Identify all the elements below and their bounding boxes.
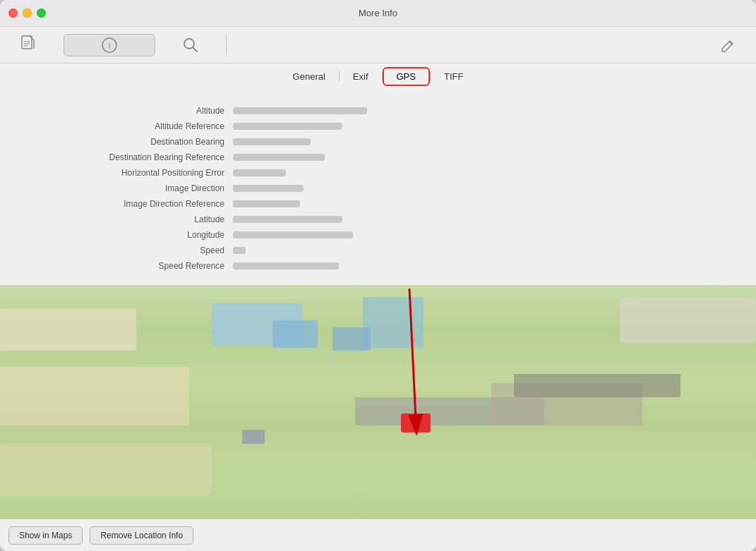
maximize-button[interactable] [37, 8, 46, 18]
main-content: AltitudeAltitude ReferenceDestination Be… [0, 92, 756, 519]
map-patch-blue4 [332, 327, 371, 351]
map-area [0, 285, 756, 519]
window-title: More Info [359, 8, 397, 18]
gps-row: Latitude [0, 212, 756, 227]
gps-field-label: Altitude [14, 106, 233, 116]
gps-value-bar [233, 200, 300, 207]
gps-value-bar [233, 154, 325, 161]
tab-gps[interactable]: GPS [383, 67, 430, 86]
gps-value-bar [233, 123, 342, 130]
gps-value-bar [233, 185, 304, 192]
map-patch-cream1 [0, 308, 136, 351]
gps-row: Image Direction [0, 181, 756, 196]
info-panel-button[interactable]: i [64, 34, 155, 56]
gps-row: Altitude Reference [0, 119, 756, 134]
svg-text:i: i [108, 40, 111, 51]
gps-row: Altitude [0, 103, 756, 119]
close-button[interactable] [8, 8, 18, 18]
map-patch-dark1 [514, 374, 680, 397]
map-patch-blue3 [363, 297, 424, 349]
gps-field-label: Image Direction Reference [14, 199, 233, 209]
tab-exif[interactable]: Exif [340, 68, 382, 85]
titlebar: More Info [0, 0, 756, 27]
toolbar-separator [226, 35, 227, 55]
gps-row: Destination Bearing [0, 134, 756, 150]
gps-data-panel: AltitudeAltitude ReferenceDestination Be… [0, 92, 756, 285]
map-location-marker [401, 413, 431, 432]
svg-rect-0 [22, 36, 32, 49]
gps-field-label: Destination Bearing Reference [14, 152, 233, 162]
gps-value-bar [233, 107, 367, 114]
gps-field-label: Image Direction [14, 183, 233, 193]
minimize-button[interactable] [23, 8, 32, 18]
map-patch-blue2 [272, 320, 318, 349]
map-patch-white1 [620, 297, 756, 344]
gps-value-bar [233, 216, 342, 223]
search-icon[interactable] [176, 31, 205, 59]
gps-row: Longitude [0, 227, 756, 243]
gps-row: Destination Bearing Reference [0, 150, 756, 165]
gps-row: Speed [0, 243, 756, 258]
edit-icon[interactable] [714, 31, 742, 59]
gps-value-bar [233, 247, 246, 254]
gps-row: Speed Reference [0, 258, 756, 274]
gps-field-label: Speed [14, 246, 233, 255]
gps-value-bar [233, 262, 339, 270]
map-patch-cream3 [0, 444, 212, 495]
gps-row: Horizontal Positioning Error [0, 165, 756, 181]
gps-field-label: Speed Reference [14, 261, 233, 271]
tabbar: General Exif GPS TIFF [0, 63, 756, 92]
map-patch-cream2 [0, 367, 189, 425]
document-icon[interactable] [14, 31, 42, 59]
svg-line-7 [193, 47, 198, 52]
gps-row: Image Direction Reference [0, 196, 756, 212]
map-patch-purple [242, 430, 265, 444]
gps-field-label: Latitude [14, 214, 233, 224]
tab-tiff[interactable]: TIFF [431, 68, 476, 85]
gps-field-label: Longitude [14, 230, 233, 240]
toolbar: i [0, 27, 756, 63]
remove-location-button[interactable]: Remove Location Info [90, 526, 193, 545]
main-window: More Info i [0, 0, 756, 551]
gps-value-bar [233, 169, 286, 176]
gps-field-label: Horizontal Positioning Error [14, 168, 233, 178]
gps-value-bar [233, 138, 311, 145]
traffic-lights [8, 8, 46, 18]
gps-value-bar [233, 231, 353, 238]
bottom-bar: Show in Maps Remove Location Info [0, 519, 756, 551]
gps-field-label: Altitude Reference [14, 121, 233, 131]
gps-field-label: Destination Bearing [14, 137, 233, 147]
tab-general[interactable]: General [280, 68, 339, 85]
show-in-maps-button[interactable]: Show in Maps [8, 526, 83, 545]
